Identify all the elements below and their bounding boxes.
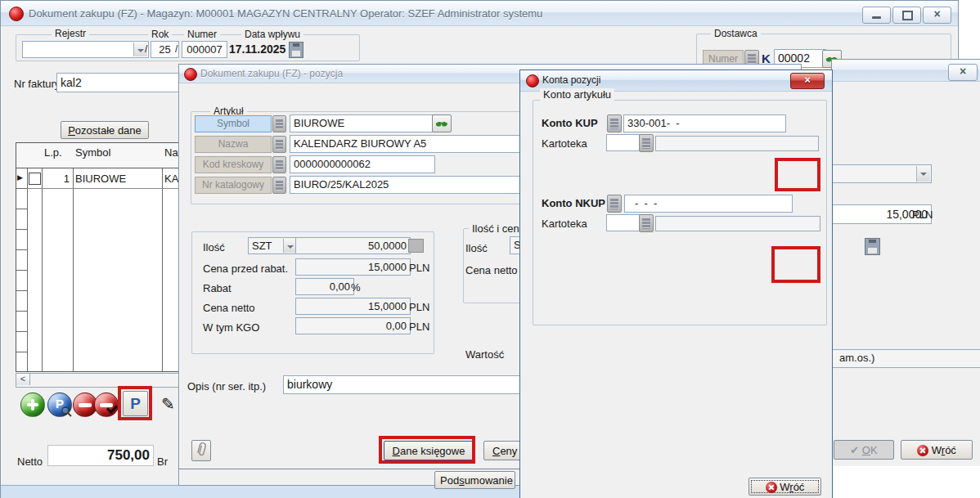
- data-wplywu-label: Data wpływu: [241, 29, 303, 40]
- annotation-rectangle-dane-ksiegowe: [379, 436, 475, 464]
- percent-label: %: [351, 281, 361, 294]
- rabat-field[interactable]: 0,00: [295, 278, 354, 295]
- register-combobox[interactable]: FZ/1 - Zakupy towarów: [22, 41, 149, 58]
- app-icon: [526, 74, 539, 87]
- wroc-button[interactable]: Wróć: [748, 478, 821, 496]
- table-header: L.p. Symbol Nazw: [16, 143, 180, 168]
- konto-nkup-label: Konto NKUP: [542, 197, 605, 209]
- chevron-down-icon[interactable]: [916, 166, 930, 182]
- konto-kup-field[interactable]: 330-001- -: [623, 114, 786, 132]
- pen-icon[interactable]: ✎: [161, 394, 175, 414]
- kartoteka2-name-field[interactable]: [655, 216, 820, 231]
- btn-accel: O: [862, 444, 870, 456]
- ok-button[interactable]: ✔ OK: [834, 440, 894, 460]
- app-icon: [184, 68, 197, 81]
- main-titlebar[interactable]: Dokument zakupu (FZ) - Magazyn: M00001 M…: [1, 1, 958, 26]
- col-symbol: Symbol: [75, 146, 110, 159]
- symbol-field[interactable]: BIUROWE: [290, 114, 435, 132]
- konto-nkup-field[interactable]: - - -: [624, 195, 793, 213]
- right-titlebar[interactable]: ×: [832, 60, 980, 82]
- kartoteka-label: Kartoteka: [542, 137, 587, 150]
- kgo-label: W tym KGO: [203, 321, 259, 334]
- close-button[interactable]: ×: [948, 64, 978, 81]
- pozostale-dane-button[interactable]: Pozostałe dane: [61, 121, 149, 139]
- kartoteka-name-field[interactable]: [655, 136, 819, 151]
- konta-title: Konta pozycji: [542, 74, 600, 86]
- netto-label: Netto: [17, 455, 43, 468]
- btn-text: W: [780, 481, 789, 493]
- right-window: × 15,0000 PLN am.os.) ✔ OK Wróć: [831, 59, 980, 468]
- add-item-button[interactable]: [20, 393, 45, 417]
- btn-text: umowanie: [465, 474, 513, 487]
- rabat-label: Rabat: [203, 282, 232, 294]
- ilosc-field[interactable]: 50,0000: [295, 237, 411, 254]
- kod-kreskowy-label: Kod kreskowy: [203, 159, 264, 170]
- kod-kreskowy-button[interactable]: Kod kreskowy: [195, 156, 272, 173]
- btn-text: óć: [945, 444, 956, 456]
- cena-netto-label: Cena netto: [203, 302, 255, 314]
- calendar-icon[interactable]: [289, 42, 303, 58]
- notebook-icon[interactable]: [272, 115, 286, 132]
- table-row[interactable]: ▶ 1 BIUROWE KALE: [16, 168, 180, 189]
- maximize-button[interactable]: [892, 7, 921, 24]
- data-wplywu-value: 17.11.2025: [229, 43, 285, 56]
- scroll-left-icon: <: [20, 374, 25, 384]
- podsumowanie-button[interactable]: Podsumowanie: [434, 471, 515, 489]
- wroc-button[interactable]: Wróć: [901, 440, 973, 460]
- wartosc-label: Wartość: [465, 348, 504, 361]
- btn-text: óć: [793, 481, 805, 493]
- minimize-button[interactable]: [862, 7, 891, 24]
- notebook-icon[interactable]: [272, 156, 286, 173]
- kartoteka2-label: Kartoteka: [542, 218, 587, 230]
- kgo-field[interactable]: 0,00: [295, 317, 411, 334]
- konto-artykulu-groupbox: [533, 100, 827, 325]
- register-group-label: Rejestr: [52, 28, 89, 39]
- numer-label: Numer: [184, 29, 220, 40]
- kartoteka-code-field[interactable]: [606, 134, 643, 151]
- col-lp: L.p.: [44, 146, 62, 159]
- check-icon: ✔: [850, 444, 859, 456]
- symbol-button[interactable]: Symbol: [195, 115, 272, 132]
- notebook-icon[interactable]: [272, 136, 286, 153]
- unit-combobox[interactable]: SZT: [248, 237, 299, 254]
- slash-separator2: /: [175, 43, 178, 55]
- close-icon: ×: [804, 74, 811, 86]
- dostawca-numer-label: Numer: [708, 53, 738, 65]
- annotation-rectangle-p-button: [118, 386, 152, 420]
- quantity-more-button[interactable]: [408, 239, 424, 253]
- minus-icon: [79, 403, 92, 407]
- konto-kup-label: Konto KUP: [542, 117, 598, 129]
- slash-separator: /: [145, 43, 147, 55]
- notebook-icon[interactable]: [607, 195, 622, 213]
- attachment-button[interactable]: [191, 440, 211, 461]
- remove-checked-button[interactable]: [94, 393, 119, 417]
- desktop-area: [831, 466, 980, 498]
- calendar-icon[interactable]: [865, 238, 880, 255]
- table-hscrollbar[interactable]: <: [16, 373, 181, 388]
- nazwa-button[interactable]: Nazwa: [195, 136, 272, 153]
- nr-faktury-label: Nr faktury: [14, 78, 60, 90]
- paperclip-icon: [196, 441, 209, 457]
- close-button[interactable]: ×: [790, 73, 825, 89]
- konto-artykulu-label: Konto artykułu: [540, 88, 614, 101]
- notebook-icon[interactable]: [607, 114, 622, 132]
- notebook-icon[interactable]: [639, 134, 654, 152]
- notebook-icon[interactable]: [272, 177, 286, 194]
- row-checkbox[interactable]: [29, 173, 41, 185]
- kartoteka2-code-field[interactable]: [606, 214, 643, 231]
- notebook-icon[interactable]: [639, 214, 654, 232]
- cena-netto-field[interactable]: 15,0000: [295, 298, 411, 315]
- scroll-left-button[interactable]: <: [16, 374, 30, 385]
- numer-field[interactable]: 000007: [182, 41, 227, 58]
- cena-przed-field[interactable]: 15,0000: [295, 258, 411, 276]
- cancel-icon: [917, 445, 928, 456]
- search-item-button[interactable]: P: [47, 393, 72, 417]
- close-button[interactable]: ×: [923, 7, 951, 24]
- items-table[interactable]: L.p. Symbol Nazw ▶ 1 BIUROWE KALE: [16, 142, 180, 372]
- nr-katalogowy-button[interactable]: Nr katalogowy: [195, 177, 272, 194]
- btn-text: ozostałe dane: [75, 124, 142, 137]
- nr-katalogowy-field[interactable]: BIURO/25/KAL2025: [290, 176, 551, 194]
- kod-kreskowy-field[interactable]: 0000000000062: [290, 155, 435, 173]
- article-lookup-button[interactable]: [432, 114, 452, 132]
- combo-text: am.os.): [839, 352, 874, 364]
